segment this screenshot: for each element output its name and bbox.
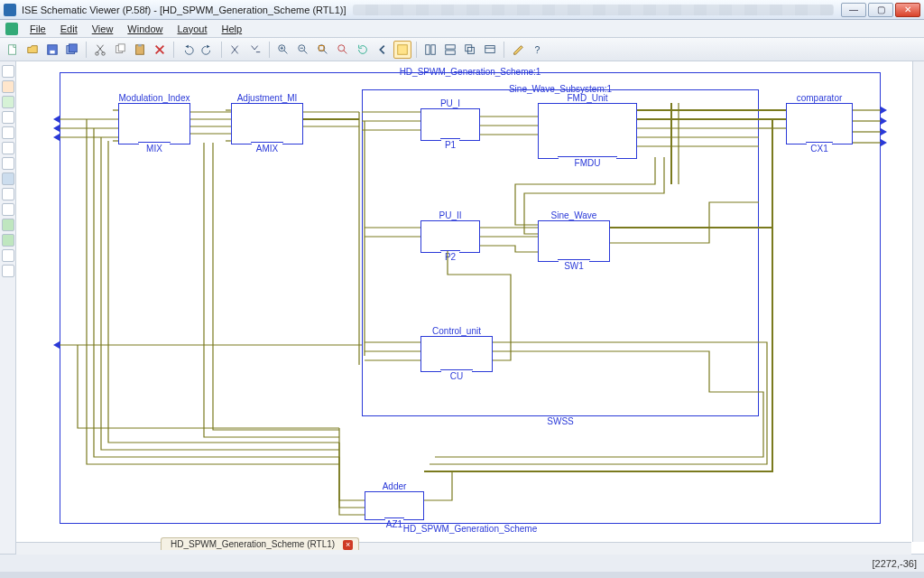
svg-rect-23	[485, 45, 495, 52]
dock-tool-8-icon[interactable]	[2, 188, 14, 200]
app-icon	[4, 4, 16, 16]
window-titlebar: ISE Schematic Viewer (P.58f) - [HD_SPWM_…	[0, 0, 924, 20]
tool-settings-icon[interactable]	[509, 41, 527, 59]
mdi-system-icon[interactable]	[5, 23, 18, 35]
window-maximize-button[interactable]: ▢	[868, 3, 893, 17]
status-coordinates: [2272,-36]	[872, 558, 917, 569]
tool-back-icon[interactable]	[374, 41, 392, 59]
svg-text:?: ?	[535, 43, 541, 54]
svg-point-15	[338, 44, 345, 51]
tool-refresh-icon[interactable]	[354, 41, 372, 59]
dock-tool-9-icon[interactable]	[2, 203, 14, 216]
menu-edit[interactable]: Edit	[54, 23, 84, 35]
tool-cascade-icon[interactable]	[461, 41, 479, 59]
svg-rect-14	[319, 45, 324, 50]
dock-tool-1-icon[interactable]	[2, 80, 14, 93]
menu-file[interactable]: File	[23, 23, 52, 35]
dock-tool-4-icon[interactable]	[2, 126, 14, 139]
tool-zoomfit-icon[interactable]	[314, 41, 332, 59]
document-tab-label: HD_SPWM_Generation_Scheme (RTL1)	[171, 539, 335, 549]
svg-rect-19	[446, 44, 456, 48]
window-close-button[interactable]: ✕	[895, 3, 920, 17]
title-blurred-path	[353, 5, 834, 15]
menubar: File Edit View Window Layout Help	[0, 20, 924, 38]
tool-findnext-icon[interactable]	[246, 41, 264, 59]
tool-tile-v-icon[interactable]	[441, 41, 459, 59]
dock-tool-5-icon[interactable]	[2, 142, 14, 154]
tool-cut-icon[interactable]	[91, 41, 109, 59]
svg-rect-0	[9, 44, 16, 54]
dock-tool-13-icon[interactable]	[2, 265, 14, 277]
dock-tool-3-icon[interactable]	[2, 111, 14, 124]
svg-rect-16	[398, 44, 408, 54]
dock-tool-10-icon[interactable]	[2, 219, 14, 231]
dock-tool-12-icon[interactable]	[2, 249, 14, 262]
tool-help-icon[interactable]: ?	[529, 41, 547, 59]
main-area: HD_SPWM_Generation_Scheme:1 HD_SPWM_Gene…	[0, 61, 924, 554]
tool-saveall-icon[interactable]	[63, 41, 81, 59]
dock-tool-2-icon[interactable]	[2, 96, 14, 108]
dock-tool-7-icon[interactable]	[2, 172, 14, 185]
tool-redo-icon[interactable]	[199, 41, 217, 59]
menu-window[interactable]: Window	[121, 23, 169, 35]
menu-layout[interactable]: Layout	[171, 23, 213, 35]
tool-paste-icon[interactable]	[131, 41, 149, 59]
svg-rect-22	[467, 47, 474, 53]
svg-rect-10	[138, 43, 142, 46]
tool-tile-h-icon[interactable]	[421, 41, 439, 59]
svg-rect-2	[50, 50, 54, 53]
menu-help[interactable]: Help	[216, 23, 249, 35]
window-minimize-button[interactable]: —	[841, 3, 866, 17]
tool-zoomin-icon[interactable]	[274, 41, 292, 59]
tool-copy-icon[interactable]	[111, 41, 129, 59]
statusbar: [2272,-36]	[0, 554, 924, 572]
menu-view[interactable]: View	[86, 23, 120, 35]
svg-rect-17	[426, 44, 430, 54]
tool-undo-icon[interactable]	[179, 41, 197, 59]
svg-rect-4	[69, 43, 78, 51]
tool-float-icon[interactable]	[481, 41, 499, 59]
schematic-canvas[interactable]: HD_SPWM_Generation_Scheme:1 HD_SPWM_Gene…	[16, 61, 924, 554]
wire-layer	[23, 67, 917, 548]
svg-rect-8	[118, 43, 125, 51]
tool-new-icon[interactable]	[4, 41, 22, 59]
svg-rect-18	[431, 44, 435, 54]
tool-find-icon[interactable]	[226, 41, 245, 59]
dock-tool-6-icon[interactable]	[2, 157, 14, 170]
tool-zoomout-icon[interactable]	[294, 41, 312, 59]
dock-pointer-icon[interactable]	[2, 65, 14, 78]
svg-rect-20	[446, 50, 456, 53]
window-title: ISE Schematic Viewer (P.58f) - [HD_SPWM_…	[22, 5, 346, 15]
dock-tool-11-icon[interactable]	[2, 234, 14, 247]
svg-rect-21	[466, 44, 472, 51]
document-tabstrip: HD_SPWM_Generation_Scheme (RTL1) ×	[161, 536, 359, 552]
tool-save-icon[interactable]	[43, 41, 61, 59]
document-tab-close-icon[interactable]: ×	[343, 540, 353, 550]
left-dock	[0, 61, 16, 554]
document-tab[interactable]: HD_SPWM_Generation_Scheme (RTL1) ×	[161, 537, 359, 550]
tool-delete-icon[interactable]	[151, 41, 169, 59]
tool-highlight-icon[interactable]	[393, 41, 411, 59]
tool-zoomselect-icon[interactable]	[334, 41, 352, 59]
tool-open-icon[interactable]	[23, 41, 42, 59]
toolbar: ?	[0, 38, 924, 61]
